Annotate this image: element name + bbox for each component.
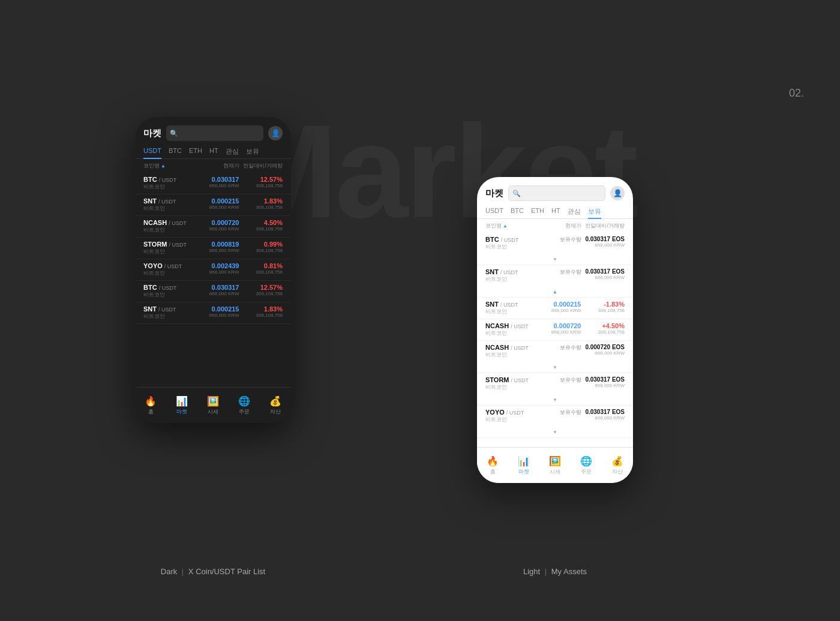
nav-market-dark[interactable]: 📊 마켓 [176,395,188,416]
market-icon: 📊 [176,395,188,407]
coin-price-col: 보유수량 [538,268,581,276]
coin-vol: 306,108,758 [581,329,625,335]
coin-change-col: 12.57% 306,108,758 [239,284,283,296]
tab-ht-dark[interactable]: HT [209,145,218,158]
nav-price-dark[interactable]: 🖼️ 시세 [207,395,219,416]
coin-change: 0.81% [239,262,283,269]
coin-info: YOYO / USDT 비트코인 [485,409,538,424]
coin-price-col: 보유수량 [538,236,581,244]
nav-price-label: 시세 [550,468,560,476]
table-row[interactable]: NCASH / USDT 비트코인 0.000720 868,000 KRW 4… [135,216,291,238]
coin-vol: 306,108,758 [239,313,283,318]
dark-coin-list: BTC / USDT 비트코인 0.030317 868,000 KRW 12.… [135,173,291,324]
tab-watchlist-light[interactable]: 관심 [568,205,581,218]
coin-info: SNT / USDT 비트코인 [143,197,196,212]
tab-btc-dark[interactable]: BTC [169,145,182,158]
coin-price-col: 보유수량 [538,409,581,416]
search-icon: 🔍 [170,130,178,137]
nav-order-light[interactable]: 🌐 주문 [580,455,592,476]
coin-change-col: 0.030317 EOS 868,000 KRW [581,268,625,280]
nav-order-dark[interactable]: 🌐 주문 [238,395,250,416]
coin-name: 비트코인 [143,291,196,299]
nav-home-dark[interactable]: 🔥 홈 [145,395,157,416]
table-row[interactable]: NCASH / USDT 비트코인 0.000720 868,000 KRW +… [477,319,633,341]
light-caption-desc: My Assets [551,567,587,576]
coin-info: BTC / USDT 비트코인 [485,236,538,251]
light-caption-mode: Light [523,567,540,576]
coin-info: BTC / USDT 비트코인 [143,176,196,191]
coin-info: NCASH / USDT 비트코인 [485,322,538,337]
coin-price-col: 보유수량 [538,376,581,384]
expand-value: 0.030317 EOS [581,409,625,415]
coin-krw: 868,000 KRW [196,269,239,275]
asset-icon: 💰 [611,455,623,467]
nav-order-label: 주문 [239,408,250,416]
table-row[interactable]: BTC / USDT 비트코인 보유수량 0.030317 EOS 868,00… [477,233,633,254]
light-search-bar[interactable]: 🔍 [508,185,605,201]
tab-watchlist-dark[interactable]: 관심 [226,145,239,158]
expand-row-yoyo: ▼ [477,427,633,438]
table-row[interactable]: STORM / USDT 비트코인 보유수량 0.030317 EOS 868,… [477,373,633,394]
table-row[interactable]: STORM / USDT 비트코인 0.000819 868,000 KRW 0… [135,238,291,259]
nav-order-label: 주문 [581,468,592,476]
coin-price: 0.002439 [196,262,239,269]
nav-market-light[interactable]: 📊 마켓 [518,455,530,476]
coin-symbol: SNT / USDT [485,268,538,275]
coin-change: +4.50% [581,322,625,329]
tab-eth-light[interactable]: ETH [531,205,544,218]
coin-change-col: 0.030317 EOS 868,000 KRW [581,409,625,421]
expand-label: 보유수량 [538,409,581,416]
dark-phone-header: 마켓 🔍 👤 [135,117,291,145]
table-row[interactable]: YOYO / USDT 비트코인 0.002439 868,000 KRW 0.… [135,259,291,281]
expand-value: 0.030317 EOS [581,236,625,242]
dark-phone-title: 마켓 [143,128,161,139]
coin-krw: 868,000 KRW [196,291,239,296]
coin-price: 0.000819 [196,241,239,248]
tab-ht-light[interactable]: HT [551,205,560,218]
col-change-light: 전일대비/거래량 [581,222,625,230]
search-icon: 🔍 [512,190,521,197]
tab-usdt-dark[interactable]: USDT [143,145,161,158]
nav-asset-light[interactable]: 💰 자산 [611,455,623,476]
expand-row-ncash: ▼ [477,362,633,373]
nav-home-light[interactable]: 🔥 홈 [487,455,499,476]
table-row[interactable]: SNT / USDT 비트코인 0.000215 868,000 KRW 1.8… [135,194,291,216]
tab-holdings-dark[interactable]: 보유 [246,145,259,158]
home-icon: 🔥 [145,395,157,407]
coin-change: 12.57% [239,284,283,291]
coin-change: 1.83% [239,305,283,313]
coin-krw: 868,000 KRW [196,183,239,188]
coin-krw: 868,000 KRW [581,415,625,421]
coin-price: 0.030317 [196,284,239,291]
coin-info: YOYO / USDT 비트코인 [143,262,196,277]
coin-info: SNT / USDT 비트코인 [485,268,538,283]
nav-market-label: 마켓 [176,408,187,416]
table-row[interactable]: BTC / USDT 비트코인 0.030317 868,000 KRW 12.… [135,173,291,194]
light-bottom-nav: 🔥 홈 📊 마켓 🖼️ 시세 🌐 주문 💰 자산 [477,447,633,483]
coin-vol: 306,108,758 [239,248,283,253]
chevron-down-icon: ▼ [485,396,625,403]
price-icon: 🖼️ [207,395,219,407]
dark-avatar[interactable]: 👤 [268,126,283,140]
table-row[interactable]: NCASH / USDT 비트코인 보유수량 0.000720 EOS 868,… [477,341,633,362]
expand-label: 보유수량 [538,268,581,276]
nav-asset-dark[interactable]: 💰 자산 [269,395,281,416]
tab-eth-dark[interactable]: ETH [189,145,202,158]
coin-krw: 868,000 KRW [196,248,239,253]
tab-usdt-light[interactable]: USDT [485,205,503,218]
light-avatar[interactable]: 👤 [610,186,625,200]
dark-search-bar[interactable]: 🔍 [166,125,263,141]
coin-price: 0.000215 [538,301,581,308]
col-name-dark: 코인명 ▲ [143,162,196,170]
table-row[interactable]: YOYO / USDT 비트코인 보유수량 0.030317 EOS 868,0… [477,406,633,427]
table-row[interactable]: SNT / USDT 비트코인 보유수량 0.030317 EOS 868,00… [477,265,633,286]
tab-btc-light[interactable]: BTC [511,205,524,218]
table-row[interactable]: SNT / USDT 비트코인 0.000215 868,000 KRW -1.… [477,298,633,319]
table-row[interactable]: SNT / USDT 비트코인 0.000215 868,000 KRW 1.8… [135,302,291,324]
coin-krw: 868,000 KRW [538,308,581,313]
light-tab-bar: USDT BTC ETH HT 관심 보유 [477,205,633,219]
tab-holdings-light[interactable]: 보유 [588,205,601,218]
table-row[interactable]: BTC / USDT 비트코인 0.030317 868,000 KRW 12.… [135,281,291,302]
nav-price-light[interactable]: 🖼️ 시세 [549,455,561,476]
coin-krw: 868,000 KRW [581,242,625,248]
